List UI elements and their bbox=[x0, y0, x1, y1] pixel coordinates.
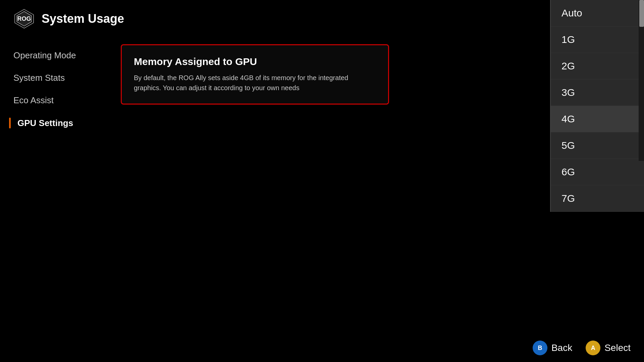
bottom-bar: B Back A Select bbox=[0, 334, 644, 362]
gpu-card-description: By default, the ROG Ally sets aside 4GB … bbox=[134, 73, 376, 93]
dropdown-scrollbar[interactable] bbox=[639, 0, 644, 161]
sidebar-item-gpu-settings[interactable]: GPU Settings bbox=[0, 112, 107, 134]
gpu-card-title: Memory Assigned to GPU bbox=[134, 56, 376, 67]
dropdown-item-7g[interactable]: 7G bbox=[551, 185, 644, 212]
dropdown-item-6g[interactable]: 6G bbox=[551, 159, 644, 185]
select-btn-icon: A bbox=[586, 341, 600, 355]
dropdown-item-auto[interactable]: Auto bbox=[551, 0, 644, 26]
dropdown-item-3g[interactable]: 3G bbox=[551, 79, 644, 106]
gpu-card: Memory Assigned to GPU By default, the R… bbox=[121, 44, 389, 105]
rog-logo: ROG bbox=[13, 8, 35, 29]
sidebar-label-gpu-settings: GPU Settings bbox=[17, 118, 73, 128]
dropdown-item-1g[interactable]: 1G bbox=[551, 26, 644, 53]
sidebar-item-eco-assist[interactable]: Eco Assist bbox=[0, 89, 107, 112]
dropdown-item-2g[interactable]: 2G bbox=[551, 53, 644, 79]
select-button[interactable]: A Select bbox=[586, 341, 631, 355]
memory-dropdown-panel: Auto 1G 2G 3G 4G 5G 6G 7G bbox=[550, 0, 644, 212]
sidebar-label-operating-mode: Operating Mode bbox=[13, 50, 76, 61]
sidebar: Operating Mode System Stats Eco Assist G… bbox=[0, 38, 107, 362]
sidebar-label-eco-assist: Eco Assist bbox=[13, 95, 54, 106]
main-layout: Operating Mode System Stats Eco Assist G… bbox=[0, 38, 644, 362]
dropdown-item-4g[interactable]: 4G bbox=[551, 106, 644, 132]
sidebar-item-system-stats[interactable]: System Stats bbox=[0, 67, 107, 89]
app-title: System Usage bbox=[42, 12, 124, 26]
scrollbar-thumb bbox=[639, 0, 644, 27]
sidebar-label-system-stats: System Stats bbox=[13, 73, 65, 83]
back-btn-icon: B bbox=[533, 341, 547, 355]
header: ROG System Usage 98% bbox=[0, 0, 644, 38]
dropdown-item-5g[interactable]: 5G bbox=[551, 132, 644, 159]
sidebar-item-operating-mode[interactable]: Operating Mode bbox=[0, 44, 107, 67]
svg-text:ROG: ROG bbox=[17, 15, 31, 22]
back-label: Back bbox=[551, 343, 572, 353]
select-label: Select bbox=[604, 343, 631, 353]
back-button[interactable]: B Back bbox=[533, 341, 572, 355]
